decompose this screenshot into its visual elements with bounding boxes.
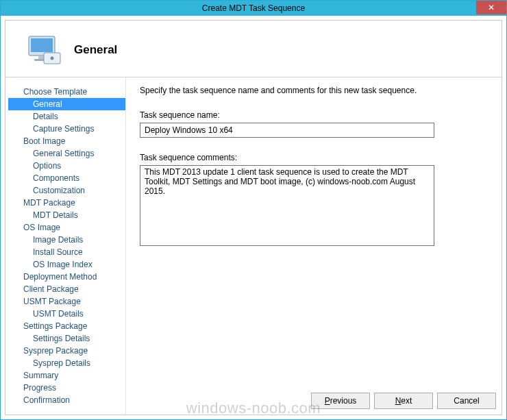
nav-item-install-source[interactable]: Install Source xyxy=(8,246,125,258)
nav-item-confirmation[interactable]: Confirmation xyxy=(8,394,125,406)
previous-button[interactable]: Previous xyxy=(311,393,370,409)
wizard-content: Specify the task sequence name and comme… xyxy=(125,77,502,415)
wizard-window: Create MDT Task Sequence ✕ General Choos… xyxy=(0,0,507,420)
nav-item-usmt-details[interactable]: USMT Details xyxy=(8,308,125,320)
nav-item-boot-image[interactable]: Boot Image xyxy=(8,135,125,147)
nav-item-progress[interactable]: Progress xyxy=(8,382,125,394)
nav-item-general-settings[interactable]: General Settings xyxy=(8,147,125,160)
wizard-buttons: Previous Next Cancel xyxy=(311,393,496,409)
nav-item-details[interactable]: Details xyxy=(8,110,125,123)
instruction-text: Specify the task sequence name and comme… xyxy=(140,86,484,95)
nav-item-sysprep-details[interactable]: Sysprep Details xyxy=(8,357,125,369)
wizard-header: General xyxy=(5,21,502,77)
close-icon: ✕ xyxy=(488,3,495,12)
nav-item-general[interactable]: General xyxy=(8,98,125,110)
nav-item-image-details[interactable]: Image Details xyxy=(8,234,125,246)
svg-point-5 xyxy=(51,57,54,60)
nav-item-customization[interactable]: Customization xyxy=(8,184,125,197)
task-name-input[interactable] xyxy=(140,123,434,138)
task-name-label: Task sequence name: xyxy=(140,110,484,120)
page-title: General xyxy=(74,43,117,57)
wizard-body: Choose TemplateGeneralDetailsCapture Set… xyxy=(5,77,502,415)
window-title: Create MDT Task Sequence xyxy=(202,3,305,13)
nav-item-summary[interactable]: Summary xyxy=(8,369,125,382)
nav-item-mdt-details[interactable]: MDT Details xyxy=(8,209,125,221)
task-comments-label: Task sequence comments: xyxy=(140,153,484,162)
inner-frame: General Choose TemplateGeneralDetailsCap… xyxy=(5,20,502,415)
nav-item-mdt-package[interactable]: MDT Package xyxy=(8,197,125,209)
nav-item-components[interactable]: Components xyxy=(8,172,125,184)
nav-item-client-package[interactable]: Client Package xyxy=(8,283,125,295)
nav-item-deployment-method[interactable]: Deployment Method xyxy=(8,271,125,283)
computer-icon xyxy=(26,32,62,68)
nav-item-usmt-package[interactable]: USMT Package xyxy=(8,295,125,308)
wizard-sidebar: Choose TemplateGeneralDetailsCapture Set… xyxy=(5,77,125,415)
nav-item-os-image[interactable]: OS Image xyxy=(8,221,125,234)
nav-item-options[interactable]: Options xyxy=(8,160,125,172)
nav-item-sysprep-package[interactable]: Sysprep Package xyxy=(8,345,125,357)
nav-item-capture-settings[interactable]: Capture Settings xyxy=(8,123,125,135)
task-comments-input[interactable] xyxy=(140,165,434,246)
nav-item-choose-template[interactable]: Choose Template xyxy=(8,86,125,98)
nav-item-settings-package[interactable]: Settings Package xyxy=(8,320,125,332)
nav-item-settings-details[interactable]: Settings Details xyxy=(8,332,125,345)
nav-item-os-image-index[interactable]: OS Image Index xyxy=(8,258,125,271)
cancel-button[interactable]: Cancel xyxy=(437,393,496,409)
titlebar: Create MDT Task Sequence ✕ xyxy=(1,1,506,16)
close-button[interactable]: ✕ xyxy=(476,1,506,14)
svg-rect-1 xyxy=(31,38,53,52)
next-button[interactable]: Next xyxy=(374,393,433,409)
